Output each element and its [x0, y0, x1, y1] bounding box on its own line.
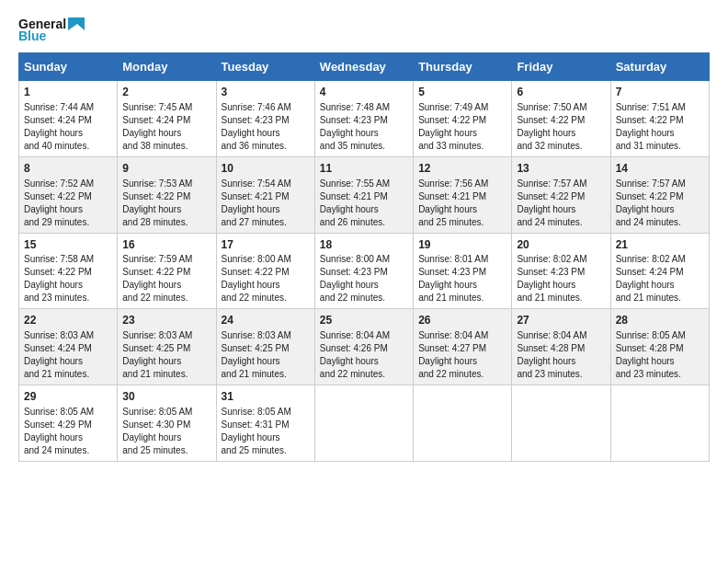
day-info: Sunrise: 7:44 AMSunset: 4:24 PMDaylight …	[24, 102, 94, 151]
day-info: Sunrise: 8:05 AMSunset: 4:30 PMDaylight …	[122, 407, 192, 455]
day-info: Sunrise: 7:54 AMSunset: 4:21 PMDaylight …	[222, 178, 291, 227]
calendar-cell: 7Sunrise: 7:51 AMSunset: 4:22 PMDaylight…	[610, 81, 709, 157]
day-info: Sunrise: 8:05 AMSunset: 4:29 PMDaylight …	[24, 407, 94, 455]
day-info: Sunrise: 8:03 AMSunset: 4:25 PMDaylight …	[222, 330, 291, 379]
day-number: 19	[418, 237, 506, 253]
calendar-cell: 4Sunrise: 7:48 AMSunset: 4:23 PMDaylight…	[314, 81, 413, 157]
day-number: 6	[517, 85, 605, 100]
day-info: Sunrise: 8:04 AMSunset: 4:27 PMDaylight …	[418, 330, 488, 379]
day-info: Sunrise: 7:48 AMSunset: 4:23 PMDaylight …	[320, 102, 390, 151]
day-info: Sunrise: 8:02 AMSunset: 4:24 PMDaylight …	[616, 254, 686, 303]
week-row-3: 15Sunrise: 7:58 AMSunset: 4:22 PMDayligh…	[19, 233, 710, 309]
header-wednesday: Wednesday	[314, 53, 413, 81]
day-info: Sunrise: 7:58 AMSunset: 4:22 PMDaylight …	[24, 254, 94, 303]
day-info: Sunrise: 8:03 AMSunset: 4:25 PMDaylight …	[122, 330, 192, 379]
day-number: 24	[222, 313, 310, 328]
calendar-cell: 6Sunrise: 7:50 AMSunset: 4:22 PMDaylight…	[512, 81, 610, 157]
day-number: 12	[418, 161, 506, 177]
day-info: Sunrise: 8:02 AMSunset: 4:23 PMDaylight …	[517, 254, 586, 303]
calendar-cell: 23Sunrise: 8:03 AMSunset: 4:25 PMDayligh…	[118, 309, 216, 385]
svg-marker-0	[68, 17, 85, 30]
logo: General Blue	[18, 17, 85, 43]
day-info: Sunrise: 7:56 AMSunset: 4:21 PMDaylight …	[418, 178, 488, 227]
week-row-5: 29Sunrise: 8:05 AMSunset: 4:29 PMDayligh…	[19, 385, 710, 462]
calendar-cell: 22Sunrise: 8:03 AMSunset: 4:24 PMDayligh…	[19, 309, 118, 385]
header-sunday: Sunday	[19, 53, 118, 81]
day-number: 4	[320, 85, 408, 100]
calendar-cell: 29Sunrise: 8:05 AMSunset: 4:29 PMDayligh…	[19, 385, 118, 462]
day-number: 27	[517, 313, 605, 328]
day-info: Sunrise: 7:52 AMSunset: 4:22 PMDaylight …	[24, 178, 94, 227]
calendar-cell	[314, 385, 413, 462]
day-number: 18	[320, 237, 408, 253]
day-info: Sunrise: 7:55 AMSunset: 4:21 PMDaylight …	[320, 178, 390, 227]
day-number: 10	[222, 161, 310, 177]
day-number: 17	[222, 237, 310, 253]
calendar-cell: 11Sunrise: 7:55 AMSunset: 4:21 PMDayligh…	[314, 156, 413, 233]
header-saturday: Saturday	[610, 53, 709, 81]
day-number: 22	[24, 313, 112, 328]
day-number: 3	[222, 85, 310, 100]
day-number: 1	[24, 85, 112, 100]
calendar-cell: 3Sunrise: 7:46 AMSunset: 4:23 PMDaylight…	[216, 81, 314, 157]
calendar-header-row: SundayMondayTuesdayWednesdayThursdayFrid…	[19, 53, 710, 81]
day-number: 2	[122, 85, 210, 100]
day-info: Sunrise: 8:01 AMSunset: 4:23 PMDaylight …	[418, 254, 488, 303]
day-info: Sunrise: 7:51 AMSunset: 4:22 PMDaylight …	[616, 102, 686, 151]
day-number: 28	[616, 313, 704, 328]
day-info: Sunrise: 7:49 AMSunset: 4:22 PMDaylight …	[418, 102, 488, 151]
calendar-cell: 24Sunrise: 8:03 AMSunset: 4:25 PMDayligh…	[216, 309, 314, 385]
day-info: Sunrise: 7:50 AMSunset: 4:22 PMDaylight …	[517, 102, 586, 151]
day-info: Sunrise: 8:05 AMSunset: 4:31 PMDaylight …	[222, 407, 291, 455]
day-info: Sunrise: 7:46 AMSunset: 4:23 PMDaylight …	[222, 102, 291, 151]
calendar-cell: 13Sunrise: 7:57 AMSunset: 4:22 PMDayligh…	[512, 156, 610, 233]
calendar-cell: 27Sunrise: 8:04 AMSunset: 4:28 PMDayligh…	[512, 309, 610, 385]
day-info: Sunrise: 8:00 AMSunset: 4:22 PMDaylight …	[222, 254, 291, 303]
day-info: Sunrise: 7:59 AMSunset: 4:22 PMDaylight …	[122, 254, 192, 303]
week-row-2: 8Sunrise: 7:52 AMSunset: 4:22 PMDaylight…	[19, 156, 710, 233]
day-number: 26	[418, 313, 506, 328]
calendar-table: SundayMondayTuesdayWednesdayThursdayFrid…	[18, 52, 710, 462]
day-info: Sunrise: 8:04 AMSunset: 4:28 PMDaylight …	[517, 330, 586, 379]
logo-text-blue: Blue	[18, 29, 46, 43]
header-monday: Monday	[118, 53, 216, 81]
calendar-cell: 16Sunrise: 7:59 AMSunset: 4:22 PMDayligh…	[118, 233, 216, 309]
day-number: 7	[616, 85, 704, 100]
calendar-cell: 1Sunrise: 7:44 AMSunset: 4:24 PMDaylight…	[19, 81, 118, 157]
day-number: 23	[122, 313, 210, 328]
day-number: 5	[418, 85, 506, 100]
week-row-1: 1Sunrise: 7:44 AMSunset: 4:24 PMDaylight…	[19, 81, 710, 157]
calendar-cell: 21Sunrise: 8:02 AMSunset: 4:24 PMDayligh…	[610, 233, 709, 309]
day-info: Sunrise: 8:05 AMSunset: 4:28 PMDaylight …	[616, 330, 686, 379]
header-friday: Friday	[512, 53, 610, 81]
page-header: General Blue	[18, 17, 710, 43]
day-number: 29	[24, 389, 112, 405]
calendar-cell: 20Sunrise: 8:02 AMSunset: 4:23 PMDayligh…	[512, 233, 610, 309]
day-info: Sunrise: 7:57 AMSunset: 4:22 PMDaylight …	[517, 178, 586, 227]
day-info: Sunrise: 7:57 AMSunset: 4:22 PMDaylight …	[616, 178, 686, 227]
header-tuesday: Tuesday	[216, 53, 314, 81]
calendar-cell	[512, 385, 610, 462]
calendar-cell: 12Sunrise: 7:56 AMSunset: 4:21 PMDayligh…	[414, 156, 512, 233]
header-thursday: Thursday	[414, 53, 512, 81]
calendar-cell	[610, 385, 709, 462]
day-info: Sunrise: 8:00 AMSunset: 4:23 PMDaylight …	[320, 254, 390, 303]
day-number: 14	[616, 161, 704, 177]
calendar-cell: 9Sunrise: 7:53 AMSunset: 4:22 PMDaylight…	[118, 156, 216, 233]
day-info: Sunrise: 8:03 AMSunset: 4:24 PMDaylight …	[24, 330, 94, 379]
day-number: 21	[616, 237, 704, 253]
calendar-cell: 8Sunrise: 7:52 AMSunset: 4:22 PMDaylight…	[19, 156, 118, 233]
day-number: 25	[320, 313, 408, 328]
calendar-cell: 30Sunrise: 8:05 AMSunset: 4:30 PMDayligh…	[118, 385, 216, 462]
calendar-cell: 17Sunrise: 8:00 AMSunset: 4:22 PMDayligh…	[216, 233, 314, 309]
calendar-cell: 28Sunrise: 8:05 AMSunset: 4:28 PMDayligh…	[610, 309, 709, 385]
day-number: 8	[24, 161, 112, 177]
day-info: Sunrise: 8:04 AMSunset: 4:26 PMDaylight …	[320, 330, 390, 379]
day-number: 11	[320, 161, 408, 177]
calendar-cell: 5Sunrise: 7:49 AMSunset: 4:22 PMDaylight…	[414, 81, 512, 157]
logo-chevron	[68, 17, 85, 30]
calendar-cell: 19Sunrise: 8:01 AMSunset: 4:23 PMDayligh…	[414, 233, 512, 309]
day-info: Sunrise: 7:45 AMSunset: 4:24 PMDaylight …	[122, 102, 192, 151]
calendar-cell: 2Sunrise: 7:45 AMSunset: 4:24 PMDaylight…	[118, 81, 216, 157]
calendar-cell: 26Sunrise: 8:04 AMSunset: 4:27 PMDayligh…	[414, 309, 512, 385]
